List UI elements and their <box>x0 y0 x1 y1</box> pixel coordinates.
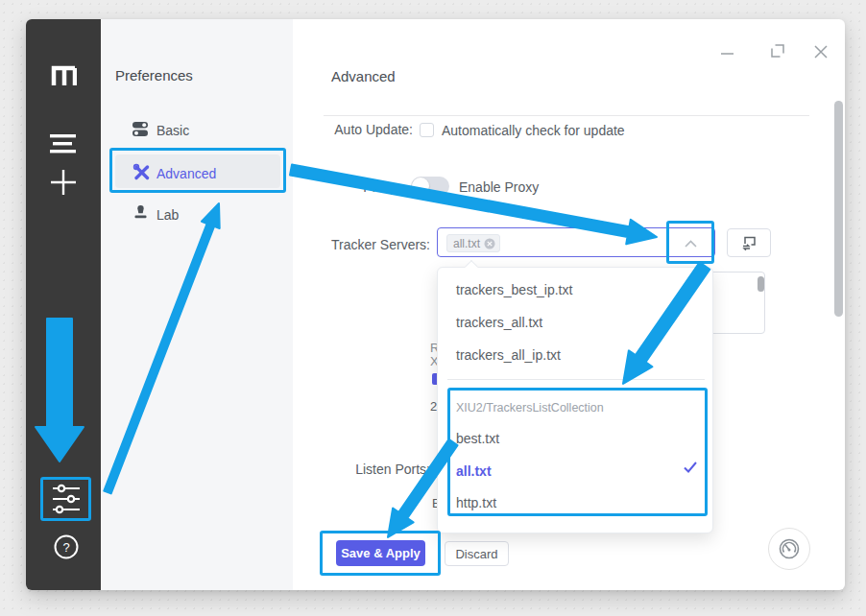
check-icon <box>684 462 697 473</box>
minimize-icon[interactable] <box>720 46 734 60</box>
tools-icon <box>132 163 151 181</box>
sidebar-item-basic[interactable]: Basic <box>156 123 189 138</box>
dropdown-item-selected[interactable]: all.txt <box>438 455 712 487</box>
restore-icon[interactable] <box>771 44 785 59</box>
speed-limit-button[interactable] <box>768 528 810 570</box>
auto-update-checkbox[interactable] <box>420 123 434 137</box>
title-divider <box>324 115 809 116</box>
dropdown-caret <box>465 260 478 273</box>
motrix-logo <box>50 62 77 85</box>
textarea-scrollbar[interactable] <box>758 276 764 292</box>
selected-tag-label: all.txt <box>453 237 480 250</box>
preferences-panel: Preferences Basic Advanced <box>101 19 293 590</box>
close-icon[interactable] <box>813 44 829 59</box>
add-task-icon[interactable] <box>49 168 78 197</box>
tracker-select-dropdown: trackers_best_ip.txt trackers_all.txt tr… <box>437 267 713 533</box>
proxy-toggle[interactable] <box>411 177 449 196</box>
dropdown-item[interactable]: http.txt <box>438 486 712 519</box>
dropdown-item[interactable]: trackers_all_ip.txt <box>438 339 712 371</box>
auto-update-checkbox-label[interactable]: Automatically check for update <box>442 123 625 138</box>
tag-close-icon[interactable] <box>484 238 495 249</box>
panel-title: Preferences <box>115 67 193 83</box>
listen-ports-label: Listen Ports: <box>269 462 430 477</box>
dropdown-group-label: XIU2/TrackersListCollection <box>456 400 604 415</box>
sidebar-item-lab[interactable]: Lab <box>156 207 179 223</box>
basic-icon <box>132 121 149 137</box>
tracker-servers-label: Tracker Servers: <box>269 237 430 252</box>
dropdown-item[interactable]: trackers_best_ip.txt <box>438 273 712 306</box>
save-apply-button[interactable]: Save & Apply <box>336 540 425 566</box>
proxy-toggle-label: Enable Proxy <box>459 179 539 195</box>
screen: ? Preferences Basic Adv <box>0 0 866 616</box>
sync-icon <box>741 235 758 250</box>
tracker-servers-select[interactable]: all.txt <box>437 227 715 257</box>
lab-icon <box>132 204 149 221</box>
help-icon[interactable]: ? <box>54 534 79 559</box>
preferences-icon[interactable] <box>53 484 80 514</box>
dropdown-item[interactable]: best.txt <box>438 422 712 455</box>
proxy-label: Proxy: <box>269 179 401 195</box>
discard-button[interactable]: Discard <box>445 541 509 566</box>
auto-update-label: Auto Update: <box>269 122 413 137</box>
chevron-up-icon[interactable] <box>685 240 697 248</box>
page-title: Advanced <box>331 68 396 84</box>
sync-trackers-button[interactable] <box>727 228 771 257</box>
dropdown-divider <box>447 379 705 380</box>
app-sidebar: ? <box>26 19 101 590</box>
selected-tag[interactable]: all.txt <box>446 234 500 252</box>
main-scrollbar[interactable] <box>834 101 843 317</box>
speedometer-icon <box>778 537 801 560</box>
dropdown-item[interactable]: trackers_all.txt <box>438 306 712 339</box>
toggle-knob <box>412 178 429 195</box>
app-window: ? Preferences Basic Adv <box>26 19 845 590</box>
sidebar-item-advanced-label[interactable]: Advanced <box>156 166 216 181</box>
svg-text:?: ? <box>62 540 69 555</box>
task-list-icon[interactable] <box>50 133 77 154</box>
